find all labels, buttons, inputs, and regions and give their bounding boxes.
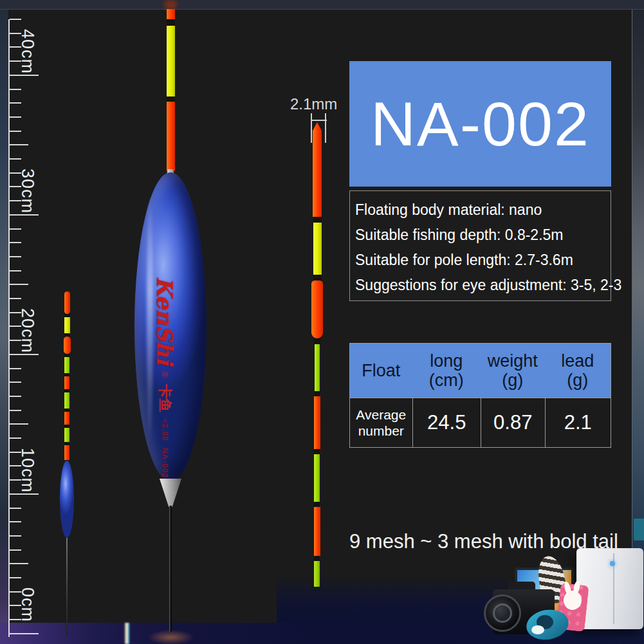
- row-label: number: [358, 423, 404, 439]
- small-float-tail-segment: [64, 357, 69, 373]
- ruler-tick-minor: [10, 368, 21, 369]
- tail-detail-segment: [313, 223, 322, 275]
- ruler-tick-minor: [10, 549, 21, 551]
- tail-detail-segment: [314, 454, 320, 502]
- ruler-tick-medium: [10, 563, 28, 564]
- ruler-tick-major: [10, 75, 39, 76]
- table-row: Average number 24.5 0.87 2.1: [350, 398, 611, 447]
- col-header-label: Float: [362, 361, 400, 380]
- lead-value-cell: 2.1: [545, 398, 611, 447]
- main-float-tail-segment: [167, 102, 175, 171]
- ruler-tick-minor: [10, 256, 21, 257]
- tail-detail-band: [314, 502, 320, 507]
- col-header-unit: (g): [502, 371, 523, 390]
- ruler-tick-minor: [10, 158, 21, 160]
- spec-table-header: Float long (cm) weight (g) lead (g): [350, 344, 611, 398]
- ruler-tick-medium: [10, 144, 28, 145]
- strip-light-streak: [124, 623, 130, 644]
- small-float-tail-segment: [64, 317, 70, 333]
- small-float-body: [60, 461, 74, 538]
- spec-table: Float long (cm) weight (g) lead (g) Aver…: [349, 343, 611, 448]
- ruler-label-20cm: 20cm: [17, 308, 37, 353]
- tail-detail-segment: [314, 396, 320, 449]
- brand-cn-text: 卡鱼: [155, 384, 174, 412]
- ruler-label-30cm: 30cm: [17, 169, 37, 214]
- mesh-note: 9 mesh ~ 3 mesh with bold tail: [349, 530, 617, 553]
- ruler-tick-minor: [10, 396, 21, 397]
- long-value-cell: 24.5: [412, 398, 481, 447]
- small-float-tail-segment: [64, 428, 69, 442]
- ruler-tick-major: [10, 493, 39, 495]
- spec-line: Floating body material: nano: [355, 198, 611, 223]
- ruler-tick-major: [10, 633, 39, 634]
- ruler-tick-minor: [10, 382, 21, 383]
- col-header-lead: lead (g): [545, 344, 611, 398]
- col-header-label: lead: [561, 351, 594, 371]
- ruler-tick-major: [10, 214, 39, 216]
- caliper-right-mark: [325, 113, 326, 143]
- tail-detail-bold-segment: [311, 281, 323, 338]
- main-float-tail-band: [167, 97, 175, 102]
- tail-detail-band: [314, 449, 320, 454]
- brand-logo-text: KenShi: [152, 277, 178, 365]
- ruler-tick-minor: [10, 102, 21, 104]
- console-power-light: [610, 561, 615, 566]
- ruler-tick-minor: [10, 270, 21, 271]
- ruler-tick-minor: [10, 521, 21, 522]
- ruler-tick-minor: [10, 116, 21, 118]
- tail-detail-segment: [314, 507, 320, 556]
- teal-accent: [634, 519, 644, 540]
- small-float-stem: [66, 538, 68, 634]
- main-float-bottom-cone: [160, 479, 181, 507]
- tail-detail-band: [313, 217, 322, 223]
- long-value: 24.5: [427, 411, 466, 434]
- main-float-stem: [169, 506, 172, 632]
- tail-detail-segment: [315, 344, 320, 391]
- weight-value: 0.87: [493, 411, 532, 434]
- ruler-label-10cm: 10cm: [17, 448, 37, 493]
- spec-panel: Floating body material: nano Suitable fi…: [349, 190, 611, 301]
- spec-line: Suitable fishing depth: 0.8-2.5m: [355, 223, 611, 248]
- body-size-mark: ≈2.08: [160, 419, 169, 441]
- ruler-tick-medium: [10, 423, 28, 425]
- weight-value-cell: 0.87: [481, 398, 545, 447]
- small-float-tail-segment: [64, 412, 69, 425]
- main-float-tail-band: [167, 19, 175, 26]
- lead-value: 2.1: [564, 411, 592, 434]
- tail-detail-segment: [314, 561, 320, 587]
- ruler-tick-minor: [10, 89, 21, 90]
- col-header-long: long (cm): [412, 344, 481, 398]
- spec-line: Suggestions for eye adjustment: 3-5, 2-3: [355, 273, 611, 298]
- product-image-canvas: 40cm 30cm 20cm 10cm 0cm KenSh: [0, 0, 644, 644]
- body-model-mark: NA-002: [160, 448, 169, 478]
- tail-glow: [165, 1, 176, 9]
- ruler-tick-minor: [10, 228, 21, 230]
- tail-detail-band: [314, 338, 320, 344]
- main-float-body-markings: KenShi ® 卡鱼 ≈2.08 NA-002: [152, 277, 178, 478]
- caliper-cross-mark: [311, 120, 327, 121]
- col-header-unit: (cm): [429, 371, 464, 390]
- col-header-label: weight: [488, 351, 538, 371]
- tail-detail-band: [313, 275, 322, 281]
- spec-line: Suitable for pole length: 2.7-3.6m: [355, 248, 611, 273]
- small-float-tail-segment: [64, 392, 69, 409]
- row-label-cell: Average number: [350, 398, 412, 447]
- tail-detail-band: [314, 556, 320, 561]
- ruler-tick-minor: [10, 577, 21, 578]
- ruler-tick-minor: [10, 131, 21, 132]
- registered-mark: ®: [160, 371, 170, 378]
- top-band: [0, 0, 644, 10]
- camera-lens-ring: [493, 603, 512, 623]
- small-float-tail-segment: [64, 445, 69, 460]
- main-float-tail-segment: [167, 9, 175, 19]
- col-header-label: long: [430, 351, 463, 371]
- small-float-tail-segment: [64, 376, 69, 389]
- ruler-tick-minor: [10, 19, 21, 20]
- mouse-toy-cheek: [531, 625, 544, 634]
- ruler-tick-minor: [10, 535, 21, 537]
- col-header-float: Float: [350, 344, 412, 398]
- col-header-unit: (g): [567, 371, 588, 390]
- ruler-tick-minor: [10, 508, 21, 509]
- ruler-tick-minor: [10, 410, 21, 411]
- main-float-tail-segment: [167, 26, 175, 97]
